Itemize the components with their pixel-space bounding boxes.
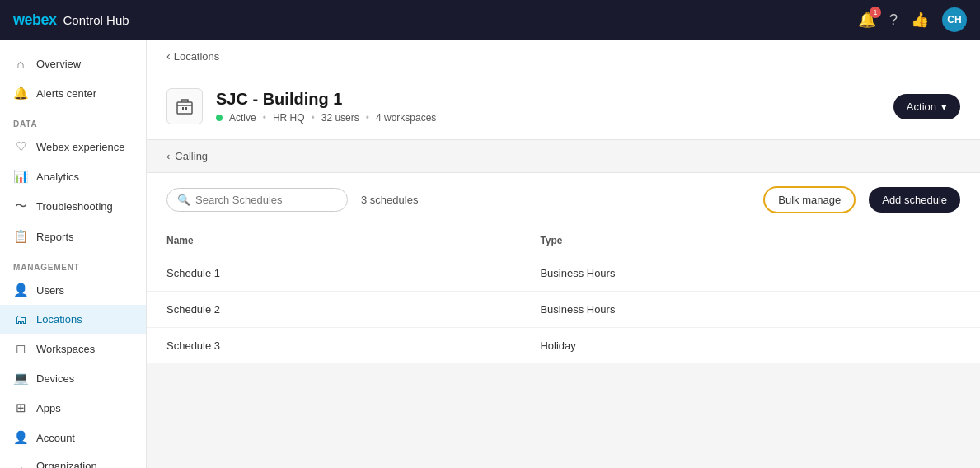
troubleshooting-icon: 〜 xyxy=(13,199,28,214)
layout: ⌂ Overview 🔔 Alerts center DATA ♡ Webex … xyxy=(0,40,980,468)
location-info: SJC - Building 1 Active • HR HQ • 32 use… xyxy=(166,88,436,124)
location-detail: SJC - Building 1 Active • HR HQ • 32 use… xyxy=(147,73,980,140)
status-dot xyxy=(216,115,223,121)
svg-rect-1 xyxy=(182,107,184,110)
sidebar-item-webex-experience[interactable]: ♡ Webex experience xyxy=(0,132,146,161)
sidebar: ⌂ Overview 🔔 Alerts center DATA ♡ Webex … xyxy=(0,40,147,468)
schedules-table: Name Type Schedule 1 Business Hours Sche… xyxy=(147,227,980,363)
sidebar-label-troubleshooting: Troubleshooting xyxy=(36,200,113,213)
svg-rect-0 xyxy=(177,102,192,114)
table-body: Schedule 1 Business Hours Schedule 2 Bus… xyxy=(147,255,980,364)
reports-icon: 📋 xyxy=(13,229,28,244)
location-name: SJC - Building 1 xyxy=(216,90,436,109)
schedules-count: 3 schedules xyxy=(361,194,418,206)
sidebar-item-account[interactable]: 👤 Account xyxy=(0,423,146,452)
sidebar-item-alerts-center[interactable]: 🔔 Alerts center xyxy=(0,78,146,108)
back-to-locations[interactable]: ‹ Locations xyxy=(166,49,219,63)
table-row[interactable]: Schedule 2 Business Hours xyxy=(147,292,980,328)
search-input[interactable] xyxy=(195,194,337,206)
location-department: HR HQ xyxy=(273,112,305,124)
sidebar-label-reports: Reports xyxy=(36,231,74,243)
sidebar-item-workspaces[interactable]: ◻ Workspaces xyxy=(0,334,146,363)
sidebar-item-overview[interactable]: ⌂ Overview xyxy=(0,49,146,78)
search-icon: 🔍 xyxy=(177,194,190,206)
sidebar-section-management: MANAGEMENT xyxy=(0,251,146,275)
sidebar-label-analytics: Analytics xyxy=(36,171,79,183)
sidebar-label-devices: Devices xyxy=(36,372,74,385)
devices-icon: 💻 xyxy=(13,371,28,386)
bell-icon: 🔔 xyxy=(13,86,28,101)
account-icon: 👤 xyxy=(13,430,28,445)
sidebar-item-users[interactable]: 👤 Users xyxy=(0,275,146,305)
location-workspaces: 4 workspaces xyxy=(376,112,436,124)
sidebar-item-troubleshooting[interactable]: 〜 Troubleshooting xyxy=(0,191,146,222)
svg-rect-2 xyxy=(185,107,187,110)
main-content: ‹ Locations SJC - Building 1 xyxy=(147,40,980,468)
schedules-toolbar: 🔍 3 schedules Bulk manage Add schedule xyxy=(147,173,980,227)
workspaces-icon: ◻ xyxy=(13,341,28,356)
table-header: Name Type xyxy=(147,227,980,255)
location-icon xyxy=(166,88,203,124)
users-icon: 👤 xyxy=(13,283,28,297)
back-calling-icon: ‹ xyxy=(166,150,170,162)
add-schedule-button[interactable]: Add schedule xyxy=(869,187,960,213)
topnav-left: webex Control Hub xyxy=(13,12,129,29)
location-users: 32 users xyxy=(321,112,359,124)
sidebar-label-webex-experience: Webex experience xyxy=(36,141,124,153)
breadcrumb-bar: ‹ Locations xyxy=(147,40,980,73)
sidebar-item-apps[interactable]: ⊞ Apps xyxy=(0,393,146,423)
breadcrumb-label: Locations xyxy=(174,50,220,63)
sidebar-label-account: Account xyxy=(36,432,75,444)
location-status: Active xyxy=(229,112,256,124)
back-arrow-icon: ‹ xyxy=(166,49,171,63)
sidebar-item-devices[interactable]: 💻 Devices xyxy=(0,363,146,393)
schedule-type: Business Hours xyxy=(520,292,980,328)
table-row[interactable]: Schedule 1 Business Hours xyxy=(147,255,980,292)
app-title: Control Hub xyxy=(63,13,129,27)
sidebar-section-data: DATA xyxy=(0,108,146,132)
sep2: • xyxy=(312,112,315,124)
schedule-type: Holiday xyxy=(520,328,980,364)
webex-logo: webex xyxy=(13,12,57,29)
calling-header[interactable]: ‹ Calling xyxy=(147,140,980,173)
bulk-manage-button[interactable]: Bulk manage xyxy=(763,186,856,213)
col-type: Type xyxy=(520,227,980,255)
sep1: • xyxy=(263,112,266,124)
sidebar-label-org-settings: Organization settings xyxy=(36,460,133,468)
action-button[interactable]: Action ▾ xyxy=(893,94,960,119)
sidebar-label-locations: Locations xyxy=(36,313,82,325)
sidebar-item-org-settings[interactable]: ⚙ Organization settings xyxy=(0,452,146,468)
locations-icon: 🗂 xyxy=(13,312,28,326)
col-name: Name xyxy=(147,227,520,255)
search-box[interactable]: 🔍 xyxy=(166,188,348,212)
location-meta: Active • HR HQ • 32 users • 4 workspaces xyxy=(216,112,436,124)
topnav-right: 🔔 1 ? 👍 CH xyxy=(858,7,967,32)
schedule-name: Schedule 3 xyxy=(147,328,520,364)
schedule-name: Schedule 1 xyxy=(147,255,520,292)
sidebar-item-reports[interactable]: 📋 Reports xyxy=(0,222,146,251)
sidebar-label-alerts: Alerts center xyxy=(36,87,96,100)
sidebar-label-users: Users xyxy=(36,284,64,297)
feedback-icon[interactable]: 👍 xyxy=(911,11,929,29)
home-icon: ⌂ xyxy=(13,57,28,71)
action-button-label: Action xyxy=(907,101,936,113)
sidebar-label-workspaces: Workspaces xyxy=(36,343,95,355)
heart-icon: ♡ xyxy=(13,139,28,154)
sep3: • xyxy=(366,112,369,124)
settings-icon: ⚙ xyxy=(13,465,28,468)
avatar[interactable]: CH xyxy=(942,7,967,32)
schedule-type: Business Hours xyxy=(520,255,980,292)
notification-badge: 1 xyxy=(870,7,881,18)
sidebar-item-analytics[interactable]: 📊 Analytics xyxy=(0,161,146,191)
chevron-down-icon: ▾ xyxy=(941,101,947,113)
notifications-icon[interactable]: 🔔 1 xyxy=(858,11,876,29)
calling-label: Calling xyxy=(175,150,208,162)
help-icon[interactable]: ? xyxy=(889,12,898,29)
schedule-name: Schedule 2 xyxy=(147,292,520,328)
apps-icon: ⊞ xyxy=(13,400,28,415)
sidebar-item-locations[interactable]: 🗂 Locations xyxy=(0,305,146,334)
table-row[interactable]: Schedule 3 Holiday xyxy=(147,328,980,364)
sidebar-label-overview: Overview xyxy=(36,58,81,70)
sidebar-label-apps: Apps xyxy=(36,402,61,414)
topnav: webex Control Hub 🔔 1 ? 👍 CH xyxy=(0,0,980,40)
